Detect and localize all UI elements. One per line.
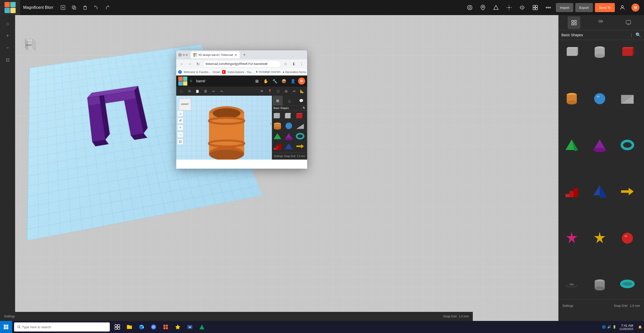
undo-button[interactable] <box>92 3 101 12</box>
zoom-in-button[interactable]: + <box>2 30 13 41</box>
inner-tool-paste[interactable]: 📋 <box>194 88 201 95</box>
nav-more-icon[interactable] <box>543 2 554 13</box>
panel-expand-icon[interactable]: ⋮ <box>629 33 633 38</box>
shape-donut-teal[interactable] <box>616 274 639 294</box>
zoom-fit-button[interactable]: ⊡ <box>2 54 13 65</box>
new-tab-button[interactable]: + <box>241 51 248 58</box>
window-minimize-button[interactable] <box>183 54 185 56</box>
inner-tool-delete[interactable]: 🗑 <box>202 88 209 95</box>
shape-star-pink[interactable] <box>560 228 583 248</box>
shape-sphere-red[interactable] <box>616 228 639 248</box>
tab-shapes[interactable] <box>595 16 607 29</box>
inner-panel-search[interactable]: 🔍 <box>303 107 306 109</box>
inner-tab-msg[interactable]: 💬 <box>296 96 306 106</box>
tab-grid[interactable] <box>568 16 580 29</box>
avatar-icon[interactable]: M <box>630 2 641 13</box>
inner-avatar[interactable]: M <box>298 78 305 85</box>
inner-fit-button[interactable]: ⊡ <box>177 139 183 145</box>
window-maximize-button[interactable] <box>186 54 188 56</box>
shape-arrow-yellow[interactable] <box>616 181 639 202</box>
shape-cylinder-orange[interactable] <box>560 89 583 109</box>
browser-tab[interactable]: 3D design barrel | Tinkercad ✕ <box>191 51 240 58</box>
bookmark-decoration[interactable]: ● Decoration Items -... <box>283 70 307 73</box>
taskbar-task-view[interactable] <box>112 321 123 332</box>
nav-align-icon[interactable] <box>504 2 515 13</box>
account-icon[interactable] <box>617 2 628 13</box>
bookmark-gmail[interactable]: Gmail <box>213 70 220 73</box>
inner-panel-expand[interactable]: ⋮ <box>300 107 302 109</box>
inner-tool-location[interactable]: 📍 <box>266 88 273 95</box>
inner-grid-icon[interactable]: ⊞ <box>253 77 261 85</box>
view-cube[interactable]: FRONT <box>20 35 40 55</box>
volume-icon[interactable]: 🔊 <box>607 325 611 329</box>
browser-bookmark-button[interactable]: ☆ <box>282 60 289 67</box>
shape-box[interactable] <box>560 42 583 62</box>
browser-menu-button[interactable]: ⋮ <box>298 60 305 67</box>
taskbar-app5[interactable] <box>160 321 171 332</box>
shape-cylinder[interactable] <box>588 42 611 62</box>
nav-view-icon[interactable] <box>464 2 475 13</box>
panel-search-button[interactable]: 🔍 <box>635 32 641 38</box>
inner-shape-cyl-org[interactable] <box>273 122 282 130</box>
inner-tool-view[interactable]: 👁 <box>258 88 265 95</box>
browser-back-button[interactable]: ← <box>178 60 185 67</box>
import-button[interactable]: Import <box>556 3 573 12</box>
shape-pyramid-green[interactable] <box>560 135 583 155</box>
inner-shape-box2[interactable] <box>284 112 293 120</box>
inner-shape-box-red[interactable] <box>296 112 305 120</box>
shape-box-red[interactable] <box>616 42 639 62</box>
inner-tab-grid[interactable]: ⊞ <box>273 96 283 106</box>
redo-button[interactable] <box>103 3 112 12</box>
inner-shape-box1[interactable] <box>273 112 282 120</box>
inner-hand-icon[interactable]: ✋ <box>262 77 270 85</box>
inner-tool-new[interactable]: □ <box>178 88 185 95</box>
zoom-out-button[interactable]: − <box>2 42 13 53</box>
network-icon[interactable]: 🌐 <box>602 325 606 329</box>
taskbar-app7[interactable]: W <box>184 321 195 332</box>
inner-orbit-button[interactable]: ↺ <box>177 118 183 124</box>
inner-view-cube[interactable]: FRONT <box>179 98 191 110</box>
inner-tool-undo[interactable]: ↩ <box>210 88 217 95</box>
inner-tool-group[interactable]: ⬡ <box>274 88 281 95</box>
inner-zoom-out-button[interactable]: − <box>177 132 183 138</box>
nav-shape-icon[interactable] <box>490 2 502 13</box>
inner-tool-copy[interactable]: ⧉ <box>186 88 193 95</box>
inner-tool-measure[interactable]: 📐 <box>299 88 306 95</box>
browser-refresh-button[interactable]: ↻ <box>194 60 201 67</box>
shape-cone-purple[interactable] <box>588 135 611 155</box>
shape-stairs-red[interactable] <box>560 181 583 202</box>
browser-download-button[interactable]: ⬇ <box>290 60 297 67</box>
send-button[interactable]: Send To <box>595 3 615 12</box>
view-home-button[interactable]: ⌂ <box>2 18 13 29</box>
inner-shape-prism-blue[interactable] <box>284 142 293 150</box>
inner-shape-pyr-green[interactable] <box>273 132 282 140</box>
inner-shape-cone-purple[interactable] <box>284 132 293 140</box>
window-close-button[interactable] <box>178 53 182 57</box>
shape-wedge[interactable] <box>616 89 639 109</box>
export-button[interactable]: Export <box>575 3 593 12</box>
bookmark-youtube[interactable]: Subscriptions - You... <box>228 70 254 73</box>
inner-tool-align[interactable]: ⊞ <box>282 88 290 95</box>
shape-sphere-blue[interactable] <box>588 89 611 109</box>
browser-forward-button[interactable]: → <box>186 60 193 67</box>
copy-button[interactable] <box>69 3 79 12</box>
inner-shape-stairs[interactable] <box>273 142 282 150</box>
new-design-button[interactable] <box>58 3 67 12</box>
inner-scroll-right[interactable]: › <box>270 121 271 126</box>
inner-shape-wedge[interactable] <box>296 122 305 130</box>
address-bar[interactable]: tinkercad.com/things/dgVRhloKYUr-barrel/… <box>202 60 281 67</box>
inner-home-button[interactable]: ⌂ <box>177 110 183 117</box>
taskbar-search[interactable]: Type here to search <box>14 322 110 331</box>
inner-viewport[interactable]: FRONT ⌂ ↺ + − ⊡ <box>176 96 272 160</box>
taskbar-app8[interactable] <box>196 321 207 332</box>
nav-location-icon[interactable] <box>477 2 488 13</box>
nav-mirror-icon[interactable] <box>517 2 528 13</box>
taskbar-explorer[interactable] <box>124 321 135 332</box>
nav-group-icon[interactable] <box>530 2 541 13</box>
inner-account-icon[interactable]: 👤 <box>289 77 297 85</box>
start-button[interactable] <box>0 321 12 333</box>
bookmark-invisalign[interactable]: ★ invisalign courses <box>256 70 281 73</box>
taskbar-clock[interactable]: 7:41 AM 11/29/2023 <box>619 324 633 330</box>
inner-tool-redo[interactable]: ↪ <box>218 88 225 95</box>
delete-button[interactable] <box>81 3 90 12</box>
